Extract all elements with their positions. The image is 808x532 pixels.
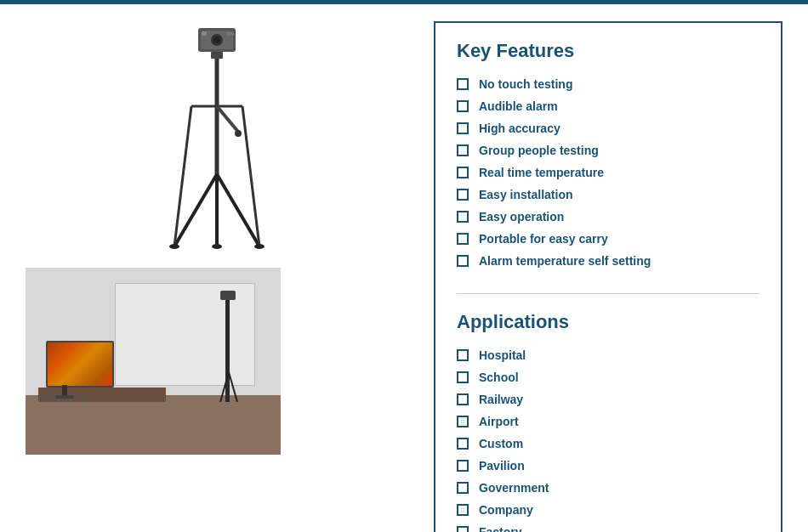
checkbox-icon [457,100,469,112]
application-text: Factory [479,525,522,532]
svg-point-14 [169,244,179,249]
feature-item: Real time temperature [457,166,760,179]
features-list: No touch testingAudible alarmHigh accura… [457,77,760,268]
checkbox-icon [457,504,469,516]
feature-item: Alarm temperature self setting [457,254,760,268]
feature-text: Easy operation [479,210,564,224]
feature-text: High accuracy [479,122,560,135]
application-item: Government [457,481,760,495]
application-item: Company [457,503,760,517]
application-text: Company [479,503,533,517]
svg-point-16 [254,244,265,249]
feature-item: Audible alarm [457,99,760,113]
svg-line-12 [174,106,191,246]
checkbox-icon [457,122,469,134]
svg-rect-4 [202,31,207,36]
checkbox-icon [457,416,469,427]
feature-text: Group people testing [479,144,599,157]
features-box: Key Features No touch testingAudible ala… [434,21,782,532]
application-text: Custom [479,437,523,450]
svg-line-20 [229,372,237,402]
checkbox-icon [457,349,469,361]
svg-line-17 [217,106,238,132]
feature-text: Alarm temperature self setting [479,254,651,268]
main-content: Key Features No touch testingAudible ala… [0,4,808,532]
features-title: Key Features [457,40,760,62]
feature-text: Portable for easy carry [479,232,608,246]
applications-title: Applications [457,311,760,333]
feature-text: Audible alarm [479,99,558,113]
application-item: Hospital [457,348,760,362]
left-column [26,21,408,532]
svg-point-18 [235,130,242,137]
checkbox-icon [457,189,469,201]
checkbox-icon [457,211,469,223]
checkbox-icon [457,482,469,494]
feature-item: Easy operation [457,210,760,224]
feature-item: Group people testing [457,144,760,157]
applications-list: HospitalSchoolRailwayAirportCustomPavili… [457,348,760,532]
checkbox-icon [457,393,469,405]
svg-rect-5 [227,32,234,36]
checkbox-icon [457,255,469,267]
tripod-svg [149,21,285,251]
application-item: Factory [457,525,760,532]
application-item: School [457,371,760,384]
feature-text: Real time temperature [479,166,604,179]
feature-item: No touch testing [457,77,760,91]
feature-text: Easy installation [479,188,572,201]
checkbox-icon [457,438,469,450]
right-column: Key Features No touch testingAudible ala… [434,21,782,532]
feature-item: Portable for easy carry [457,232,760,246]
feature-item: Easy installation [457,188,760,201]
application-item: Pavilion [457,459,760,473]
checkbox-icon [457,144,469,156]
feature-text: No touch testing [479,77,572,91]
application-text: School [479,371,519,384]
svg-point-15 [212,244,222,249]
checkbox-icon [457,233,469,245]
application-item: Railway [457,393,760,406]
product-image-bottom [26,268,281,455]
application-item: Custom [457,437,760,450]
svg-point-3 [213,37,220,43]
product-image-top [26,21,408,251]
checkbox-icon [457,167,469,178]
svg-line-13 [242,106,259,246]
svg-rect-6 [211,52,223,59]
checkbox-icon [457,78,469,90]
checkbox-icon [457,526,469,532]
application-text: Airport [479,415,519,428]
application-text: Pavilion [479,459,525,473]
feature-item: High accuracy [457,122,760,135]
application-text: Railway [479,393,523,406]
section-divider [457,293,760,294]
svg-line-19 [220,372,229,402]
checkbox-icon [457,460,469,472]
application-text: Hospital [479,348,526,362]
room-scene [26,268,281,455]
application-text: Government [479,481,549,495]
application-item: Airport [457,415,760,428]
checkbox-icon [457,371,469,383]
